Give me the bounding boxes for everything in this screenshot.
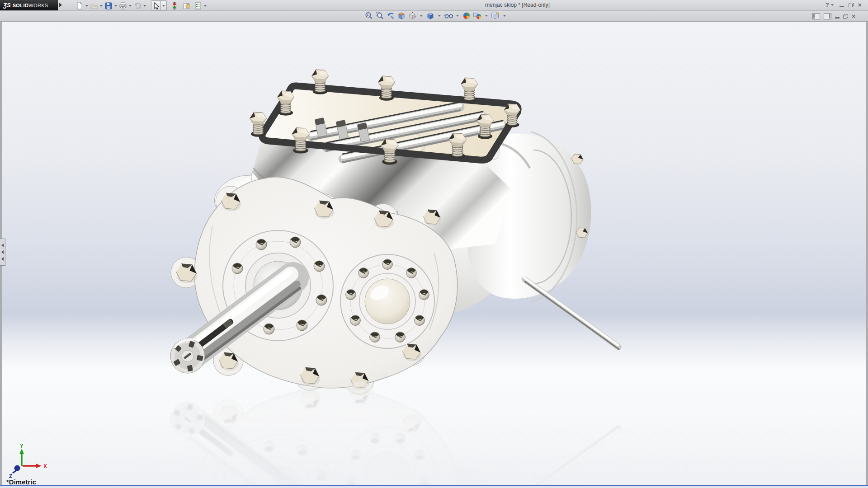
edit-annotation-icon [182, 2, 191, 10]
status-bar-edge [0, 486, 868, 488]
zoom-to-fit-icon [364, 11, 373, 20]
new-document-icon [75, 2, 84, 10]
solidworks-logo: ƷSSOLIDWORKS [0, 0, 58, 10]
zoom-to-area-icon [375, 11, 384, 20]
new-document-dropdown[interactable] [85, 5, 88, 7]
print-icon [119, 2, 127, 10]
view-settings-icon [491, 11, 500, 20]
edit-appearance-button[interactable] [462, 11, 471, 20]
document-window-controls: × [812, 13, 855, 19]
reflection-fade [2, 387, 866, 485]
expand-arrow-icon [1, 257, 4, 261]
save-icon [104, 2, 113, 10]
zoom-to-area-button[interactable] [375, 11, 384, 20]
close-button[interactable]: × [858, 2, 862, 8]
apply-scene-icon [473, 11, 482, 20]
triad-x-label: X [43, 463, 47, 469]
document-title: menjac sklop * [Read-only] [485, 2, 550, 8]
hide-show-items-button[interactable] [444, 11, 453, 20]
doc-restore-button[interactable] [843, 14, 848, 19]
undo-dropdown[interactable] [143, 5, 146, 7]
zoom-to-fit-button[interactable] [364, 11, 373, 20]
doc-close-button[interactable]: × [852, 13, 855, 19]
display-style-dropdown[interactable] [438, 15, 441, 17]
output-shaft [524, 277, 619, 349]
rebuild-stoplight-icon [170, 2, 179, 10]
view-orientation-icon [408, 11, 417, 20]
open-icon [90, 2, 98, 10]
previous-view-button[interactable] [386, 11, 395, 20]
gearbox-model[interactable] [170, 70, 619, 394]
standard-toolbar [75, 0, 208, 11]
save-button[interactable] [104, 1, 113, 10]
heads-up-bar: × [0, 11, 868, 22]
view-settings-dropdown[interactable] [503, 15, 506, 17]
minimize-button[interactable] [840, 6, 844, 7]
section-view-icon [397, 11, 406, 20]
section-view-button[interactable] [397, 11, 406, 20]
brand-light: WORKS [28, 3, 48, 8]
help-button[interactable]: ? [826, 1, 829, 8]
view-orientation-button[interactable] [408, 11, 417, 20]
print-button[interactable] [118, 1, 127, 10]
apply-scene-dropdown[interactable] [485, 15, 488, 17]
print-dropdown[interactable] [129, 5, 132, 7]
brand-bold: SOLID [13, 3, 29, 8]
hide-show-items-dropdown[interactable] [456, 15, 459, 17]
design-checker-icon [194, 2, 202, 10]
save-dropdown[interactable] [114, 5, 117, 7]
view-orientation-label: *Dimetric [6, 478, 36, 485]
feature-manager-collapsed-tab[interactable] [0, 239, 5, 266]
open-button[interactable] [90, 1, 99, 10]
graphics-area[interactable]: Y X Z *Dimetric [2, 21, 866, 485]
edit-appearance-icon [462, 11, 471, 20]
undo-button[interactable] [133, 1, 142, 10]
restore-button[interactable] [849, 3, 854, 7]
brand-mark: ƷS [3, 2, 11, 9]
display-style-icon [426, 11, 435, 20]
open-dropdown[interactable] [100, 5, 103, 7]
output-bearing-flange [340, 254, 434, 348]
previous-view-icon [386, 11, 395, 20]
gearbox-3d-view: Y X Z [2, 21, 866, 485]
expand-arrow-icon [1, 250, 4, 254]
help-dropdown[interactable] [831, 4, 834, 6]
new-document-button[interactable] [75, 1, 84, 10]
hide-show-items-icon [444, 11, 453, 20]
expand-arrow-icon [1, 244, 4, 247]
triad-y-label: Y [20, 443, 24, 449]
design-checker-dropdown[interactable] [204, 5, 207, 7]
shaft-spline-end [170, 339, 205, 373]
doc-minimize-button[interactable] [835, 17, 840, 19]
view-orientation-dropdown[interactable] [420, 15, 423, 17]
title-bar: ƷSSOLIDWORKS [0, 0, 868, 11]
select-tool-button[interactable] [151, 1, 160, 10]
select-tool-dropdown[interactable] [160, 1, 166, 10]
select-cursor-icon [152, 2, 160, 10]
collapse-left-pane-button[interactable] [812, 13, 820, 19]
edit-annotation-button[interactable] [182, 1, 191, 10]
undo-icon [133, 2, 142, 10]
menu-expand-icon[interactable] [59, 3, 62, 7]
viewport-frame-right [866, 21, 868, 488]
collapse-right-pane-button[interactable] [824, 13, 831, 19]
triad-z-ball [14, 465, 20, 471]
view-settings-button[interactable] [491, 11, 500, 20]
select-tool-group [151, 0, 167, 11]
apply-scene-button[interactable] [473, 11, 482, 20]
rebuild-button[interactable] [170, 1, 179, 10]
heads-up-toolbar [364, 11, 507, 20]
design-checker-button[interactable] [193, 1, 203, 10]
app-window-controls: ? × [826, 1, 862, 8]
display-style-button[interactable] [426, 11, 435, 20]
